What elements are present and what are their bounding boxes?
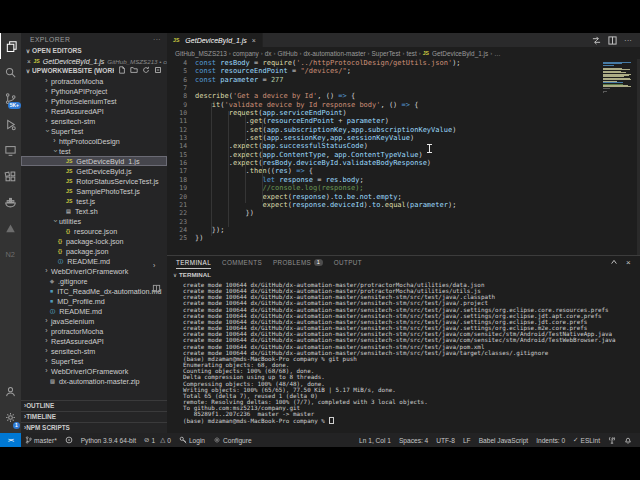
more-actions-icon[interactable]: ··· (624, 36, 632, 45)
tree-file-package-lock.json[interactable]: {}package-lock.json (21, 236, 167, 246)
twisty-icon[interactable]: › (43, 116, 50, 126)
code-line[interactable]: 7 (167, 84, 640, 92)
code-line[interactable]: 6const parameter = 277 (167, 76, 640, 84)
tree-folder-SuperTest[interactable]: ›SuperTest (21, 126, 167, 136)
eslint-status[interactable]: ✓ESLint (569, 436, 604, 444)
tree-file-MD_Profile.md[interactable]: ■MD_Profile.md (21, 296, 167, 306)
twisty-icon[interactable]: › (43, 86, 50, 96)
breadcrumb-item[interactable]: GetDeviceById_1.js (432, 50, 488, 57)
terminal-section-header[interactable]: ∨ TERMINAL (167, 269, 640, 280)
twisty-icon[interactable]: › (43, 336, 50, 346)
twisty-icon[interactable]: › (51, 136, 58, 146)
breadcrumb-item[interactable]: … (494, 50, 500, 57)
sync-status[interactable] (61, 436, 77, 444)
language-mode-status[interactable]: Babel JavaScript (475, 437, 532, 444)
remote-indicator[interactable]: >< (0, 433, 21, 447)
code-line[interactable]: 15 .expect(app.ContentType, app.ContentT… (167, 151, 640, 159)
indentation-status[interactable]: Spaces: 4 (395, 437, 432, 444)
tree-folder-SuperTest[interactable]: ›SuperTest (21, 356, 167, 366)
tree-file-package.json[interactable]: {}package.json (21, 246, 167, 256)
open-editor-item[interactable]: × JS GetDeviceById_1.js GitHub_MSZS213 •… (21, 56, 167, 66)
tab-comments[interactable]: COMMENTS (222, 256, 262, 269)
source-control-icon[interactable]: 5K+ (0, 85, 21, 111)
breadcrumb-item[interactable]: test (406, 50, 416, 57)
code-line[interactable]: 8describe('Get a device by Id', () => { (167, 92, 640, 100)
cursor-position-status[interactable]: Ln 1, Col 1 (355, 437, 395, 444)
tree-folder-PythonAPIProject[interactable]: ›PythonAPIProject (21, 86, 167, 96)
outline-section-header[interactable]: › OUTLINE (21, 400, 167, 411)
indents-status[interactable]: Indents: 0 (532, 437, 569, 444)
code-line[interactable]: 4const resBody = require('../httpProtoco… (167, 59, 640, 67)
code-line[interactable]: 22 }) (167, 209, 640, 217)
code-line[interactable]: 24 }); (167, 226, 640, 234)
twisty-icon[interactable]: › (43, 326, 50, 336)
collapse-all-icon[interactable] (154, 66, 162, 77)
code-line[interactable]: 11 .get(resourceEndPoint + parameter) (167, 117, 640, 125)
tab-terminal[interactable]: TERMINAL (176, 256, 211, 269)
tree-file-GetDeviceById.js[interactable]: JSGetDeviceById.js (21, 166, 167, 176)
feedback-status[interactable] (604, 436, 620, 444)
tab-problems[interactable]: PROBLEMS1 (273, 256, 323, 269)
code-line[interactable]: 13 .set(app.sessionKey,app.sessionKeyVal… (167, 134, 640, 142)
twisty-icon[interactable]: › (43, 356, 50, 366)
code-line[interactable]: 23 (167, 218, 640, 226)
breadcrumb-item[interactable]: dx-automation-master (303, 50, 365, 57)
tree-file-Text.sh[interactable]: ▤Text.sh (21, 206, 167, 216)
tree-folder-RestAssuredAPI[interactable]: ›RestAssuredAPI (21, 106, 167, 116)
code-line[interactable]: 20 expect(response).to.be.not.empty; (167, 193, 640, 201)
tree-folder-protractorMocha[interactable]: ›protractorMocha (21, 326, 167, 336)
code-line[interactable]: 25}) (167, 234, 640, 242)
settings-gear-icon[interactable]: 1 (0, 404, 21, 430)
code-line[interactable]: 16 .expect(resBody.deviceById.validateBo… (167, 159, 640, 167)
twisty-icon[interactable]: › (43, 106, 50, 116)
code-line[interactable]: 14 .expect(app.successfulStatusCode) (167, 142, 640, 150)
open-editors-section-header[interactable]: ∨ OPEN EDITORS (21, 46, 167, 56)
code-line[interactable]: 18 let response = res.body; (167, 176, 640, 184)
chevron-right-icon[interactable]: › (153, 262, 155, 269)
extensions-icon[interactable] (0, 163, 21, 189)
code-line[interactable]: 12 .set(app.subscriptionKey,app.subscrip… (167, 126, 640, 134)
twisty-icon[interactable]: › (50, 218, 60, 225)
problems-status[interactable]: ⊘1 △0 (140, 436, 175, 444)
split-terminal-icon[interactable] (152, 279, 161, 297)
tab-output[interactable]: OUTPUT (334, 256, 362, 269)
code-line[interactable]: 9 it('validate device by Id response bod… (167, 101, 640, 109)
twisty-icon[interactable]: › (43, 266, 50, 276)
breadcrumb[interactable]: GitHub_MSZS213›company›dx›GitHub›dx-auto… (167, 47, 640, 59)
notifications-status[interactable] (620, 436, 636, 444)
close-panel-icon[interactable]: × (626, 258, 631, 267)
breadcrumb-item[interactable]: GitHub_MSZS213 (175, 50, 227, 57)
code-line[interactable]: 17 .then((res) => { (167, 167, 640, 175)
explorer-more-actions-icon[interactable]: ··· (153, 33, 161, 46)
code-line[interactable]: 5const resourceEndPoint = "/devices/"; (167, 67, 640, 75)
tree-folder-sensitech-stm[interactable]: ›sensitech-stm (21, 346, 167, 356)
encoding-status[interactable]: UTF-8 (432, 437, 459, 444)
newrelic-extension-icon[interactable]: N2 (0, 241, 21, 267)
new-file-icon[interactable] (118, 66, 126, 77)
tree-file-resource.json[interactable]: {}resource.json (21, 226, 167, 236)
test-extension-icon[interactable] (0, 215, 21, 241)
twisty-icon[interactable]: › (43, 96, 50, 106)
tree-file-SamplePhotoTest.js[interactable]: JSSamplePhotoTest.js (21, 186, 167, 196)
accounts-icon[interactable] (0, 378, 21, 404)
tree-file-.gitignore[interactable]: ◆.gitignore (21, 276, 167, 286)
twisty-icon[interactable]: › (43, 316, 50, 326)
refresh-icon[interactable] (142, 66, 150, 77)
new-folder-icon[interactable] (130, 66, 138, 77)
tab-getdevicebyid[interactable]: JS GetDeviceById_1.js × (167, 33, 263, 47)
twisty-icon[interactable]: › (42, 128, 52, 135)
git-branch-status[interactable]: master* (21, 436, 61, 444)
tree-file-dx-automation-master.zip[interactable]: ▨dx-automation-master.zip (21, 376, 167, 386)
tree-folder-javaSelenium[interactable]: ›javaSelenium (21, 316, 167, 326)
docker-icon[interactable] (0, 189, 21, 215)
twisty-icon[interactable]: › (43, 76, 50, 86)
run-debug-icon[interactable] (0, 111, 21, 137)
remote-explorer-icon[interactable] (0, 137, 21, 163)
tree-folder-RestAssuredAPI[interactable]: ›RestAssuredAPI (21, 336, 167, 346)
timeline-section-header[interactable]: › TIMELINE (21, 411, 167, 422)
explorer-icon[interactable] (0, 33, 22, 59)
tree-folder-WebDriverIOFramework[interactable]: ›WebDriverIOFramework (21, 366, 167, 376)
code-editor[interactable]: 4const resBody = require('../httpProtoco… (167, 59, 640, 255)
terminal-output[interactable]: create mode 100644 dx/GitHub/dx-automati… (167, 280, 640, 425)
close-tab-icon[interactable]: × (252, 37, 256, 44)
